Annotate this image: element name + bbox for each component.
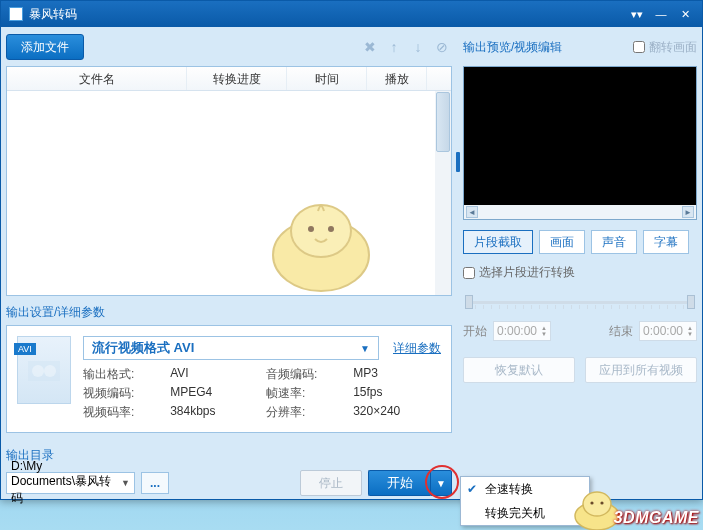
detail-params-link[interactable]: 详细参数 (393, 340, 441, 357)
action-buttons: 恢复默认 应用到所有视频 (463, 357, 697, 383)
tab-audio[interactable]: 声音 (591, 230, 637, 254)
reset-button[interactable]: 恢复默认 (463, 357, 575, 383)
tab-subtitle[interactable]: 字幕 (643, 230, 689, 254)
preview-scrollbar[interactable]: ◄ ► (464, 205, 696, 219)
chevron-down-icon: ▼ (360, 343, 370, 354)
col-progress[interactable]: 转换进度 (187, 67, 287, 90)
toolbar: 添加文件 ✖ ↑ ↓ ⊘ (6, 32, 452, 62)
format-select[interactable]: 流行视频格式 AVI ▼ (83, 336, 379, 360)
move-down-icon[interactable]: ↓ (408, 37, 428, 57)
param-val: MP3 (353, 366, 441, 383)
format-icon: AVI (17, 336, 71, 404)
minimize-icon[interactable]: — (652, 7, 670, 21)
video-preview[interactable]: ◄ ► (463, 66, 697, 220)
chevron-down-icon: ▼ (121, 478, 130, 488)
output-path-select[interactable]: D:\My Documents\暴风转码 ▼ (6, 472, 135, 494)
scroll-left-icon[interactable]: ◄ (466, 206, 478, 218)
col-time[interactable]: 时间 (287, 67, 367, 90)
output-path-value: D:\My Documents\暴风转码 (11, 459, 121, 507)
format-select-label: 流行视频格式 AVI (92, 339, 194, 357)
range-handle-start[interactable] (465, 295, 473, 309)
format-info: 流行视频格式 AVI ▼ 详细参数 输出格式:AVI 音频编码:MP3 视频编码… (83, 336, 441, 422)
edit-tabs: 片段截取 画面 声音 字幕 (463, 230, 697, 254)
segment-range[interactable] (463, 295, 697, 309)
end-time-label: 结束 (609, 323, 633, 340)
start-dropdown-button[interactable]: ▼ (430, 470, 452, 496)
preview-header: 输出预览/视频编辑 翻转画面 (463, 32, 697, 62)
svg-point-1 (291, 205, 351, 257)
flip-label: 翻转画面 (649, 39, 697, 56)
spinner-icon[interactable]: ▲▼ (541, 325, 547, 337)
menu-item-label: 转换完关机 (485, 505, 545, 522)
start-button[interactable]: 开始 (368, 470, 430, 496)
mascot-image (251, 195, 391, 295)
svg-point-3 (328, 226, 334, 232)
titlebar[interactable]: 暴风转码 ▾▾ — ✕ (1, 1, 702, 27)
param-key: 帧速率: (266, 385, 345, 402)
menu-icon[interactable]: ▾▾ (628, 7, 646, 21)
end-time-input[interactable]: 0:00:00 ▲▼ (639, 321, 697, 341)
param-val: MPEG4 (170, 385, 258, 402)
browse-button[interactable]: ... (141, 472, 169, 494)
param-val: AVI (170, 366, 258, 383)
output-row: 输出目录 D:\My Documents\暴风转码 ▼ ... 停止 开始 ▼ (6, 439, 452, 496)
param-key: 音频编码: (266, 366, 345, 383)
param-grid: 输出格式:AVI 音频编码:MP3 视频编码:MPEG4 帧速率:15fps 视… (83, 366, 441, 421)
param-key: 分辨率: (266, 404, 345, 421)
param-key: 输出格式: (83, 366, 162, 383)
svg-point-5 (32, 365, 44, 377)
tab-picture[interactable]: 画面 (539, 230, 585, 254)
tab-clip[interactable]: 片段截取 (463, 230, 533, 254)
time-row: 开始 0:00:00 ▲▼ 结束 0:00:00 ▲▼ (463, 321, 697, 341)
stop-button[interactable]: 停止 (300, 470, 362, 496)
scroll-right-icon[interactable]: ► (682, 206, 694, 218)
segment-label: 选择片段进行转换 (479, 264, 575, 281)
param-val: 15fps (353, 385, 441, 402)
settings-label: 输出设置/详细参数 (6, 304, 452, 321)
svg-point-10 (583, 492, 611, 516)
splitter-handle[interactable] (455, 37, 461, 287)
col-filename[interactable]: 文件名 (7, 67, 187, 90)
start-button-group: 开始 ▼ (368, 470, 452, 496)
list-header: 文件名 转换进度 时间 播放 (7, 67, 451, 91)
range-handle-end[interactable] (687, 295, 695, 309)
flip-checkbox-input[interactable] (633, 41, 645, 53)
left-column: 添加文件 ✖ ↑ ↓ ⊘ 文件名 转换进度 时间 播放 (6, 32, 452, 496)
menu-item-label: 全速转换 (485, 481, 533, 498)
spinner-icon[interactable]: ▲▼ (687, 325, 693, 337)
svg-point-11 (590, 501, 593, 504)
move-up-icon[interactable]: ↑ (384, 37, 404, 57)
col-play[interactable]: 播放 (367, 67, 427, 90)
preview-label: 输出预览/视频编辑 (463, 39, 562, 56)
close-icon[interactable]: ✕ (676, 7, 694, 21)
param-key: 视频编码: (83, 385, 162, 402)
body: 添加文件 ✖ ↑ ↓ ⊘ 文件名 转换进度 时间 播放 (1, 27, 702, 499)
param-key: 视频码率: (83, 404, 162, 421)
remove-icon[interactable]: ✖ (360, 37, 380, 57)
flip-checkbox[interactable]: 翻转画面 (633, 39, 697, 56)
start-time-input[interactable]: 0:00:00 ▲▼ (493, 321, 551, 341)
window-title: 暴风转码 (29, 6, 77, 23)
file-list: 文件名 转换进度 时间 播放 (6, 66, 452, 296)
add-file-button[interactable]: 添加文件 (6, 34, 84, 60)
right-column: 输出预览/视频编辑 翻转画面 ◄ ► 片段截取 画面 声音 字幕 (463, 32, 697, 383)
start-time-label: 开始 (463, 323, 487, 340)
apply-all-button[interactable]: 应用到所有视频 (585, 357, 697, 383)
app-window: 暴风转码 ▾▾ — ✕ 添加文件 ✖ ↑ ↓ ⊘ 文件名 转换进度 时间 播放 (0, 0, 703, 500)
param-val: 384kbps (170, 404, 258, 421)
segment-checkbox[interactable] (463, 267, 475, 279)
watermark: 3DMGAME (614, 509, 699, 527)
svg-point-12 (600, 501, 603, 504)
svg-point-2 (308, 226, 314, 232)
list-scrollbar[interactable] (435, 91, 451, 295)
clear-icon[interactable]: ⊘ (432, 37, 452, 57)
check-icon: ✔ (467, 482, 477, 496)
svg-point-6 (44, 365, 56, 377)
segment-checkbox-row: 选择片段进行转换 (463, 264, 697, 281)
param-val: 320×240 (353, 404, 441, 421)
app-icon (9, 7, 23, 21)
settings-box: AVI 流行视频格式 AVI ▼ 详细参数 输出格式:AVI 音频编码:MP3 (6, 325, 452, 433)
